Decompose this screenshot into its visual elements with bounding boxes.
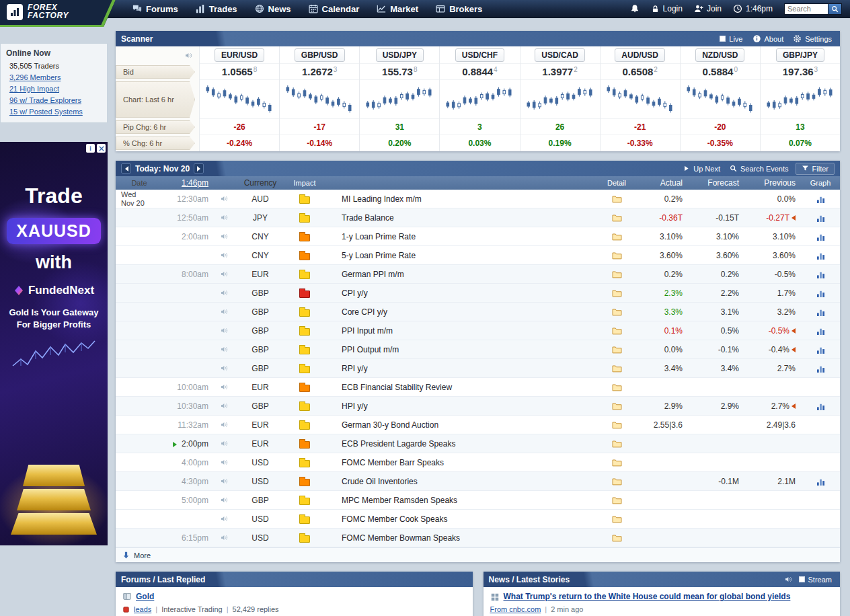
graph-icon[interactable] xyxy=(816,308,825,316)
detail-folder-icon[interactable] xyxy=(612,420,622,429)
detail-folder-icon[interactable] xyxy=(612,213,622,222)
mini-candlestick-chart[interactable] xyxy=(601,80,680,119)
alert-icon[interactable] xyxy=(221,195,228,202)
stream-toggle[interactable]: Stream xyxy=(796,574,835,585)
detail-folder-icon[interactable] xyxy=(612,307,622,316)
join-link[interactable]: Join xyxy=(694,4,722,13)
graph-icon[interactable] xyxy=(816,233,825,241)
detail-folder-icon[interactable] xyxy=(612,458,622,467)
impact-icon-yellow[interactable] xyxy=(288,420,321,430)
graph-icon[interactable] xyxy=(816,364,825,373)
detail-folder-icon[interactable] xyxy=(612,514,622,523)
alert-icon[interactable] xyxy=(221,327,228,334)
impact-icon-orange[interactable] xyxy=(288,439,321,449)
detail-folder-icon[interactable] xyxy=(612,533,622,542)
thread-link-gold[interactable]: Gold xyxy=(136,592,154,601)
detail-folder-icon[interactable] xyxy=(612,439,622,448)
impact-icon-orange[interactable] xyxy=(288,232,321,241)
alert-icon[interactable] xyxy=(221,496,228,504)
mini-candlestick-chart[interactable] xyxy=(280,80,359,119)
calendar-event-row[interactable]: GBPRPI y/y3.4%3.4%2.7% xyxy=(116,359,840,378)
calendar-event-row[interactable]: GBPPPI Input m/m0.1%0.5%-0.5% xyxy=(116,321,840,340)
detail-folder-icon[interactable] xyxy=(612,232,622,241)
calendar-prev-button[interactable] xyxy=(121,163,131,174)
impact-icon-yellow[interactable] xyxy=(288,213,321,223)
detail-folder-icon[interactable] xyxy=(612,401,622,410)
pair-button-GBP/JPY[interactable]: GBP/JPY xyxy=(776,48,824,62)
impact-icon-yellow[interactable] xyxy=(288,194,321,204)
ad-close-icon[interactable] xyxy=(97,144,106,153)
about-button[interactable]: About xyxy=(750,33,787,44)
alert-icon[interactable] xyxy=(221,515,228,523)
detail-folder-icon[interactable] xyxy=(612,194,622,203)
alert-icon[interactable] xyxy=(221,214,228,221)
alert-icon[interactable] xyxy=(221,289,228,297)
online-now-item[interactable]: 15 w/ Posted Systems xyxy=(1,106,107,118)
graph-icon[interactable] xyxy=(816,289,825,297)
online-now-item[interactable]: 96 w/ Trade Explorers xyxy=(1,95,107,106)
impact-icon-yellow[interactable] xyxy=(288,345,321,354)
calendar-event-row[interactable]: 4:30pmUSDCrude Oil Inventories-0.1M2.1M xyxy=(116,472,840,491)
pair-button-NZD/USD[interactable]: NZD/USD xyxy=(695,48,744,62)
pair-button-USD/CHF[interactable]: USD/CHF xyxy=(455,48,504,62)
calendar-event-row[interactable]: GBPCore CPI y/y3.3%3.1%3.2% xyxy=(116,303,840,321)
news-alert-icon[interactable] xyxy=(785,576,792,583)
detail-folder-icon[interactable] xyxy=(612,383,622,391)
calendar-event-row[interactable]: USDFOMC Member Cook Speaks xyxy=(116,510,840,529)
graph-icon[interactable] xyxy=(816,252,825,260)
mini-candlestick-chart[interactable] xyxy=(520,80,600,119)
graph-icon[interactable] xyxy=(816,477,825,486)
detail-folder-icon[interactable] xyxy=(612,345,622,354)
graph-icon[interactable] xyxy=(816,346,825,354)
alert-icon[interactable] xyxy=(221,421,228,428)
alert-icon[interactable] xyxy=(221,233,228,240)
mini-candlestick-chart[interactable] xyxy=(440,80,519,119)
pair-button-EUR/USD[interactable]: EUR/USD xyxy=(215,48,264,62)
login-link[interactable]: Login xyxy=(651,4,683,13)
calendar-event-row[interactable]: CNY5-y Loan Prime Rate3.60%3.60%3.60% xyxy=(116,246,840,265)
calendar-event-row[interactable]: GBPCPI y/y2.3%2.2%1.7% xyxy=(116,284,840,303)
detail-folder-icon[interactable] xyxy=(612,288,622,297)
sidebar-ad[interactable]: i Trade XAUUSD with FundedNext Gold Is Y… xyxy=(0,142,108,545)
detail-folder-icon[interactable] xyxy=(612,326,622,335)
calendar-event-row[interactable]: 8:00amEURGerman PPI m/m0.2%0.2%-0.5% xyxy=(116,265,840,284)
filter-button[interactable]: Filter xyxy=(796,163,835,175)
mini-candlestick-chart[interactable] xyxy=(360,80,439,119)
alert-icon[interactable] xyxy=(185,52,192,59)
news-source-link[interactable]: From cnbc.com xyxy=(490,605,541,613)
live-toggle[interactable]: Live xyxy=(717,34,745,44)
nav-item-brokers[interactable]: Brokers xyxy=(427,0,491,17)
search-input[interactable] xyxy=(784,3,828,15)
graph-icon[interactable] xyxy=(816,327,825,335)
news-headline-link[interactable]: What Trump's return to the White House c… xyxy=(504,592,791,602)
online-now-item[interactable]: 21 High Impact xyxy=(1,83,107,95)
alert-icon[interactable] xyxy=(221,402,228,410)
nav-item-news[interactable]: News xyxy=(246,0,300,17)
mini-candlestick-chart[interactable] xyxy=(761,80,840,119)
forex-factory-logo[interactable]: FOREXFACTORY xyxy=(0,0,116,27)
search-button[interactable] xyxy=(828,3,842,15)
graph-icon[interactable] xyxy=(816,270,825,278)
settings-button[interactable]: Settings xyxy=(790,33,835,44)
mini-candlestick-chart[interactable] xyxy=(200,80,279,119)
impact-icon-yellow[interactable] xyxy=(288,458,321,467)
impact-icon-yellow[interactable] xyxy=(288,401,321,411)
detail-folder-icon[interactable] xyxy=(612,364,622,373)
impact-icon-yellow[interactable] xyxy=(288,326,321,336)
impact-icon-orange[interactable] xyxy=(288,477,321,486)
impact-icon-yellow[interactable] xyxy=(288,307,321,317)
calendar-event-row[interactable]: 12:50amJPYTrade Balance-0.36T-0.15T-0.27… xyxy=(116,208,840,227)
impact-icon-yellow[interactable] xyxy=(288,364,321,373)
calendar-event-row[interactable]: 2:00amCNY1-y Loan Prime Rate3.10%3.10%3.… xyxy=(116,227,840,246)
nav-item-calendar[interactable]: Calendar xyxy=(300,0,369,17)
pair-button-GBP/USD[interactable]: GBP/USD xyxy=(295,48,345,62)
calendar-event-row[interactable]: 10:00amEURECB Financial Stability Review xyxy=(116,378,840,397)
alert-icon[interactable] xyxy=(221,252,228,259)
mini-candlestick-chart[interactable] xyxy=(681,80,760,119)
calendar-event-row[interactable]: GBPPPI Output m/m0.0%-0.1%-0.4% xyxy=(116,340,840,359)
impact-icon-yellow[interactable] xyxy=(288,514,321,524)
impact-icon-yellow[interactable] xyxy=(288,496,321,505)
calendar-event-row[interactable]: WedNov 2012:30amAUDMI Leading Index m/m0… xyxy=(116,190,840,208)
impact-icon-orange[interactable] xyxy=(288,251,321,260)
graph-icon[interactable] xyxy=(816,402,825,410)
